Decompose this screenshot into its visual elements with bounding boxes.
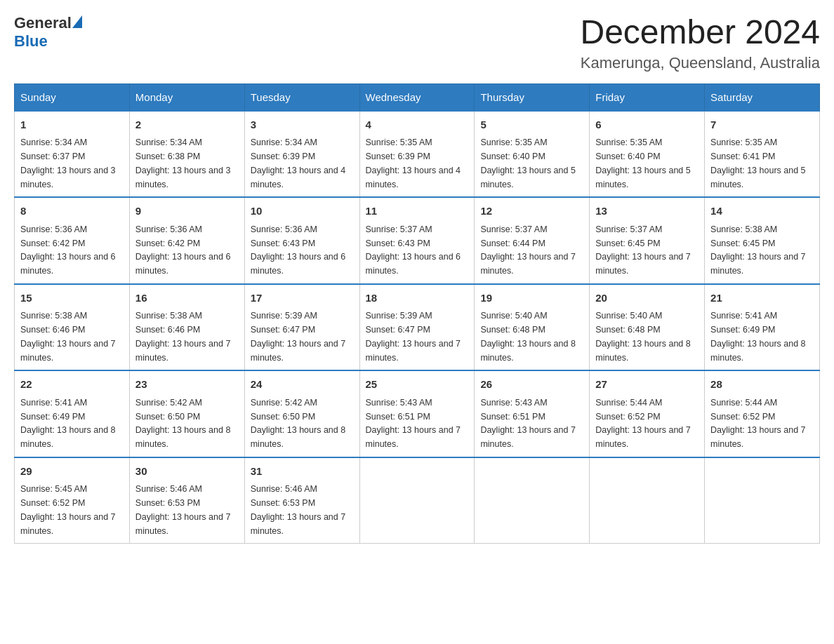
day-number: 3 <box>251 117 354 133</box>
day-info: Sunrise: 5:34 AMSunset: 6:38 PMDaylight:… <box>135 137 231 189</box>
calendar-cell <box>590 457 705 544</box>
location-text: Kamerunga, Queensland, Australia <box>580 54 820 72</box>
calendar-cell: 1 Sunrise: 5:34 AMSunset: 6:37 PMDayligh… <box>15 111 130 198</box>
day-info: Sunrise: 5:34 AMSunset: 6:37 PMDaylight:… <box>20 137 116 189</box>
week-row: 29 Sunrise: 5:45 AMSunset: 6:52 PMDaylig… <box>15 457 820 544</box>
calendar-table: Sunday Monday Tuesday Wednesday Thursday… <box>14 83 820 544</box>
calendar-cell: 7 Sunrise: 5:35 AMSunset: 6:41 PMDayligh… <box>705 111 820 198</box>
day-info: Sunrise: 5:35 AMSunset: 6:39 PMDaylight:… <box>366 137 461 189</box>
calendar-cell: 10 Sunrise: 5:36 AMSunset: 6:43 PMDaylig… <box>244 197 359 284</box>
calendar-cell: 18 Sunrise: 5:39 AMSunset: 6:47 PMDaylig… <box>359 284 475 371</box>
calendar-cell: 29 Sunrise: 5:45 AMSunset: 6:52 PMDaylig… <box>15 457 130 544</box>
calendar-cell: 5 Sunrise: 5:35 AMSunset: 6:40 PMDayligh… <box>475 111 590 198</box>
day-info: Sunrise: 5:35 AMSunset: 6:41 PMDaylight:… <box>710 137 806 189</box>
calendar-cell: 27 Sunrise: 5:44 AMSunset: 6:52 PMDaylig… <box>590 370 705 457</box>
calendar-header: Sunday Monday Tuesday Wednesday Thursday… <box>15 83 820 111</box>
calendar-cell: 8 Sunrise: 5:36 AMSunset: 6:42 PMDayligh… <box>15 197 130 284</box>
day-number: 12 <box>480 203 583 220</box>
day-info: Sunrise: 5:41 AMSunset: 6:49 PMDaylight:… <box>20 398 116 449</box>
calendar-cell: 6 Sunrise: 5:35 AMSunset: 6:40 PMDayligh… <box>590 111 705 198</box>
day-info: Sunrise: 5:42 AMSunset: 6:50 PMDaylight:… <box>135 398 231 449</box>
day-number: 8 <box>20 203 124 220</box>
day-number: 22 <box>20 377 124 393</box>
day-number: 18 <box>366 290 469 307</box>
day-info: Sunrise: 5:36 AMSunset: 6:42 PMDaylight:… <box>135 224 231 276</box>
logo: General Blue <box>14 14 82 51</box>
day-number: 7 <box>710 117 814 133</box>
day-number: 24 <box>251 377 354 393</box>
calendar-cell: 31 Sunrise: 5:46 AMSunset: 6:53 PMDaylig… <box>244 457 359 544</box>
day-info: Sunrise: 5:35 AMSunset: 6:40 PMDaylight:… <box>595 137 691 189</box>
col-saturday: Saturday <box>705 83 820 111</box>
day-number: 6 <box>595 117 699 133</box>
day-info: Sunrise: 5:41 AMSunset: 6:49 PMDaylight:… <box>710 311 806 362</box>
calendar-cell: 26 Sunrise: 5:43 AMSunset: 6:51 PMDaylig… <box>475 370 590 457</box>
calendar-cell: 4 Sunrise: 5:35 AMSunset: 6:39 PMDayligh… <box>359 111 475 198</box>
col-monday: Monday <box>129 83 244 111</box>
calendar-cell: 21 Sunrise: 5:41 AMSunset: 6:49 PMDaylig… <box>705 284 820 371</box>
page-header: General Blue December 2024 Kamerunga, Qu… <box>14 14 820 72</box>
day-number: 26 <box>480 377 583 393</box>
day-info: Sunrise: 5:37 AMSunset: 6:45 PMDaylight:… <box>595 224 691 276</box>
calendar-cell <box>359 457 475 544</box>
day-info: Sunrise: 5:39 AMSunset: 6:47 PMDaylight:… <box>366 311 461 362</box>
day-number: 15 <box>20 290 124 307</box>
day-number: 2 <box>135 117 239 133</box>
calendar-cell: 14 Sunrise: 5:38 AMSunset: 6:45 PMDaylig… <box>705 197 820 284</box>
calendar-cell: 16 Sunrise: 5:38 AMSunset: 6:46 PMDaylig… <box>129 284 244 371</box>
logo-blue-text: Blue <box>14 32 48 51</box>
logo-general-text: General <box>14 14 72 32</box>
day-number: 9 <box>135 203 239 220</box>
day-info: Sunrise: 5:46 AMSunset: 6:53 PMDaylight:… <box>135 484 231 535</box>
day-info: Sunrise: 5:40 AMSunset: 6:48 PMDaylight:… <box>595 311 691 362</box>
calendar-cell: 15 Sunrise: 5:38 AMSunset: 6:46 PMDaylig… <box>15 284 130 371</box>
day-info: Sunrise: 5:36 AMSunset: 6:42 PMDaylight:… <box>20 224 116 276</box>
calendar-cell <box>475 457 590 544</box>
col-thursday: Thursday <box>475 83 590 111</box>
day-number: 19 <box>480 290 583 307</box>
day-info: Sunrise: 5:43 AMSunset: 6:51 PMDaylight:… <box>366 398 461 449</box>
day-number: 25 <box>366 377 469 393</box>
day-number: 13 <box>595 203 699 220</box>
week-row: 22 Sunrise: 5:41 AMSunset: 6:49 PMDaylig… <box>15 370 820 457</box>
day-number: 5 <box>480 117 583 133</box>
day-info: Sunrise: 5:38 AMSunset: 6:46 PMDaylight:… <box>20 311 116 362</box>
day-number: 31 <box>251 464 354 480</box>
day-info: Sunrise: 5:46 AMSunset: 6:53 PMDaylight:… <box>251 484 346 535</box>
day-number: 16 <box>135 290 239 307</box>
calendar-cell: 17 Sunrise: 5:39 AMSunset: 6:47 PMDaylig… <box>244 284 359 371</box>
day-number: 1 <box>20 117 124 133</box>
day-info: Sunrise: 5:42 AMSunset: 6:50 PMDaylight:… <box>251 398 346 449</box>
title-area: December 2024 Kamerunga, Queensland, Aus… <box>580 14 820 72</box>
calendar-cell: 9 Sunrise: 5:36 AMSunset: 6:42 PMDayligh… <box>129 197 244 284</box>
day-info: Sunrise: 5:44 AMSunset: 6:52 PMDaylight:… <box>710 398 806 449</box>
day-info: Sunrise: 5:45 AMSunset: 6:52 PMDaylight:… <box>20 484 116 535</box>
day-number: 14 <box>710 203 814 220</box>
calendar-cell: 13 Sunrise: 5:37 AMSunset: 6:45 PMDaylig… <box>590 197 705 284</box>
week-row: 8 Sunrise: 5:36 AMSunset: 6:42 PMDayligh… <box>15 197 820 284</box>
calendar-cell: 22 Sunrise: 5:41 AMSunset: 6:49 PMDaylig… <box>15 370 130 457</box>
calendar-cell: 2 Sunrise: 5:34 AMSunset: 6:38 PMDayligh… <box>129 111 244 198</box>
day-number: 20 <box>595 290 699 307</box>
day-number: 28 <box>710 377 814 393</box>
day-number: 4 <box>366 117 469 133</box>
calendar-cell: 30 Sunrise: 5:46 AMSunset: 6:53 PMDaylig… <box>129 457 244 544</box>
month-title: December 2024 <box>580 14 820 51</box>
week-row: 1 Sunrise: 5:34 AMSunset: 6:37 PMDayligh… <box>15 111 820 198</box>
day-info: Sunrise: 5:37 AMSunset: 6:44 PMDaylight:… <box>480 224 576 276</box>
day-info: Sunrise: 5:44 AMSunset: 6:52 PMDaylight:… <box>595 398 691 449</box>
calendar-cell: 12 Sunrise: 5:37 AMSunset: 6:44 PMDaylig… <box>475 197 590 284</box>
calendar-body: 1 Sunrise: 5:34 AMSunset: 6:37 PMDayligh… <box>15 111 820 544</box>
day-info: Sunrise: 5:37 AMSunset: 6:43 PMDaylight:… <box>366 224 461 276</box>
day-number: 29 <box>20 464 124 480</box>
day-number: 21 <box>710 290 814 307</box>
day-number: 30 <box>135 464 239 480</box>
day-number: 27 <box>595 377 699 393</box>
day-info: Sunrise: 5:36 AMSunset: 6:43 PMDaylight:… <box>251 224 346 276</box>
calendar-cell: 23 Sunrise: 5:42 AMSunset: 6:50 PMDaylig… <box>129 370 244 457</box>
day-info: Sunrise: 5:35 AMSunset: 6:40 PMDaylight:… <box>480 137 576 189</box>
col-friday: Friday <box>590 83 705 111</box>
day-info: Sunrise: 5:39 AMSunset: 6:47 PMDaylight:… <box>251 311 346 362</box>
calendar-cell <box>705 457 820 544</box>
calendar-cell: 28 Sunrise: 5:44 AMSunset: 6:52 PMDaylig… <box>705 370 820 457</box>
